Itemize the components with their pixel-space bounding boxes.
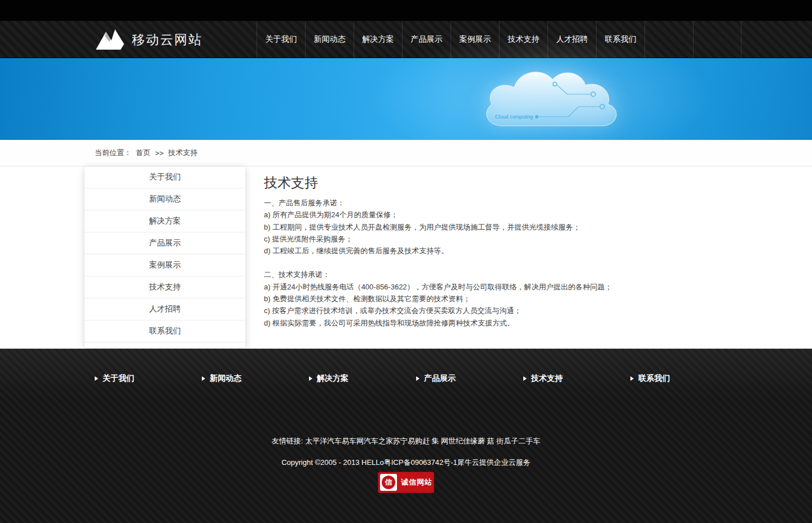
footer-nav-label: 产品展示 <box>424 373 456 384</box>
side-item-products[interactable]: 产品展示 <box>85 232 245 254</box>
site-header: 移动云网站 关于我们 新闻动态 解决方案 产品展示 案例展示 技术支持 人才招聘… <box>0 21 812 58</box>
logo-text: 移动云网站 <box>132 31 202 49</box>
mountain-peaks-icon <box>95 29 125 50</box>
side-item-jobs[interactable]: 人才招聘 <box>85 298 245 320</box>
cloud-computing-label: Cloud computing <box>495 114 533 120</box>
side-item-support[interactable]: 技术支持 <box>85 276 245 298</box>
nav-item-about[interactable]: 关于我们 <box>257 21 305 58</box>
page-title: 技术支持 <box>264 174 732 192</box>
breadcrumb-separator: >> <box>155 149 164 157</box>
footer-nav-label: 解决方案 <box>317 373 348 384</box>
side-item-solutions[interactable]: 解决方案 <box>85 210 245 232</box>
right-triangle-arrow-icon <box>630 376 634 381</box>
footer-nav-products[interactable]: 产品展示 <box>416 373 523 384</box>
breadcrumb-current: 技术支持 <box>168 148 197 158</box>
footer-nav-support[interactable]: 技术支持 <box>523 373 630 384</box>
breadcrumb-label: 当前位置： <box>95 148 131 158</box>
support-paragraph: a) 开通24小时热线服务电话（400-856-3622），方便客户及时与公司取… <box>264 281 732 293</box>
footer-nav-label: 关于我们 <box>103 373 134 384</box>
side-item-contact[interactable]: 联系我们 <box>85 320 245 342</box>
footer-nav-contact[interactable]: 联系我们 <box>630 373 738 384</box>
side-item-cases[interactable]: 案例展示 <box>85 254 245 276</box>
main-content: 技术支持 一、产品售后服务承诺： a) 所有产品提供为期24个月的质量保修； b… <box>264 174 732 329</box>
copyright-text: Copyright ©2005 - 2013 HELLo粤ICP备0906374… <box>0 458 812 468</box>
side-menu: 关于我们 新闻动态 解决方案 产品展示 案例展示 技术支持 人才招聘 联系我们 <box>85 166 245 348</box>
right-triangle-arrow-icon <box>95 376 98 381</box>
nav-item-solutions[interactable]: 解决方案 <box>354 21 402 58</box>
friend-links-list[interactable]: 太平洋汽车易车网汽车之家苏宁易购赶 集 网世纪佳缘蘑 菇 街瓜子二手车 <box>305 437 540 445</box>
top-black-bar <box>0 0 812 21</box>
support-paragraph: 一、产品售后服务承诺： <box>264 197 732 209</box>
side-item-about[interactable]: 关于我们 <box>85 166 245 188</box>
side-item-news[interactable]: 新闻动态 <box>85 188 245 210</box>
footer-nav-news[interactable]: 新闻动态 <box>202 373 309 384</box>
support-paragraph: b) 工程期间，提供专业技术人员开盘检测服务，为用户提供现场施工督导，并提供光缆… <box>264 221 732 233</box>
support-paragraph <box>264 257 732 269</box>
friend-links: 友情链接: 太平洋汽车易车网汽车之家苏宁易购赶 集 网世纪佳缘蘑 菇 街瓜子二手… <box>0 436 812 446</box>
footer-nav: 关于我们 新闻动态 解决方案 产品展示 技术支持 联系我们 <box>95 373 738 384</box>
breadcrumb-home-link[interactable]: 首页 <box>136 148 151 158</box>
right-triangle-arrow-icon <box>202 376 205 381</box>
seal-character: 信 <box>382 476 395 489</box>
nav-item-news[interactable]: 新闻动态 <box>305 21 354 58</box>
footer-nav-label: 技术支持 <box>531 373 563 384</box>
support-paragraph: a) 所有产品提供为期24个月的质量保修； <box>264 209 732 221</box>
support-paragraph: 二、技术支持承诺： <box>264 269 732 280</box>
support-paragraph: b) 免费提供相关技术文件、检测数据以及其它需要的技术资料； <box>264 293 732 305</box>
support-paragraph: c) 提供光缆附件采购服务； <box>264 233 732 245</box>
site-footer: 关于我们 新闻动态 解决方案 产品展示 技术支持 联系我们 <box>0 349 812 523</box>
footer-nav-label: 联系我们 <box>638 373 670 384</box>
page: 移动云网站 关于我们 新闻动态 解决方案 产品展示 案例展示 技术支持 人才招聘… <box>0 0 812 523</box>
breadcrumb: 当前位置： 首页 >> 技术支持 <box>0 140 812 166</box>
cloud-computing-illustration: Cloud computing <box>473 63 642 137</box>
nav-empty-cell <box>693 21 742 58</box>
right-triangle-arrow-icon <box>416 376 420 381</box>
footer-nav-label: 新闻动态 <box>210 373 241 384</box>
footer-nav-solutions[interactable]: 解决方案 <box>309 373 416 384</box>
trust-badge[interactable]: 信 诚信网站 <box>378 472 434 493</box>
right-triangle-arrow-icon <box>309 376 312 381</box>
hero-banner: Cloud computing <box>0 58 812 140</box>
integrity-seal-icon: 信 <box>380 474 397 491</box>
trust-badge-label: 诚信网站 <box>401 477 433 487</box>
support-paragraph: c) 按客户需求进行技术培训，或举办技术交流会方便买卖双方人员交流与沟通； <box>264 305 732 317</box>
site-logo[interactable]: 移动云网站 <box>95 21 202 58</box>
support-paragraph: d) 根据实际需要，我公司可采用热线指导和现场故障抢修两种技术支援方式。 <box>264 317 732 329</box>
footer-nav-about[interactable]: 关于我们 <box>95 373 202 384</box>
support-paragraph: d) 工程竣工后，继续提供完善的售后服务及技术支持等。 <box>264 245 732 257</box>
friend-links-label: 友情链接: <box>272 437 303 445</box>
right-triangle-arrow-icon <box>523 376 527 381</box>
